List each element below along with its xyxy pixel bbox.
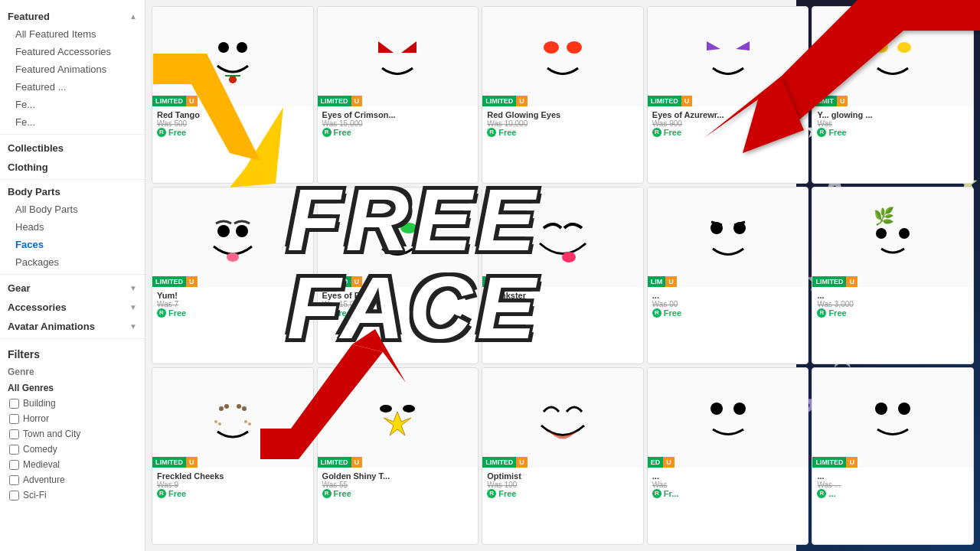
filter-town-city-checkbox[interactable]	[9, 429, 19, 439]
item-price-crimson: R Free	[322, 128, 474, 137]
svg-point-32	[874, 42, 888, 53]
catalog-item-emerald[interactable]: LIMITED U Eyes of Emerald... Was 15,000 …	[317, 187, 479, 364]
filter-town-city[interactable]: Town and City	[0, 426, 145, 442]
item-info-optimist: Optimist Was 100 R Free	[482, 468, 643, 544]
gear-section-header[interactable]: Gear ▼	[0, 278, 145, 297]
filter-scifi-checkbox[interactable]	[9, 491, 19, 500]
item-name-azure: Eyes of Azurewr...	[652, 110, 804, 119]
catalog-item-azure[interactable]: LIMITED U Eyes of Azurewr... Was 900 R F…	[647, 6, 809, 184]
filter-horror-checkbox[interactable]	[9, 414, 19, 424]
sidebar-item-heads[interactable]: Heads	[0, 218, 145, 236]
filter-adventure[interactable]: Adventure	[0, 472, 145, 487]
sidebar-item-featured-other2[interactable]: Fe...	[0, 96, 145, 113]
collectibles-section-header[interactable]: Collectibles	[0, 138, 145, 157]
item-info-prankster: Prankster Was 95 R Free	[482, 287, 643, 364]
item-name-freckled: Freckled Cheeks	[157, 471, 309, 481]
catalog-item-yum[interactable]: LIMITED U Yum! Was 7 R Free	[152, 187, 314, 364]
item-was-azure: Was 900	[652, 119, 804, 128]
filter-all-genres[interactable]: All Genres	[0, 380, 145, 396]
item-was-red-tango: Was 500	[157, 119, 309, 128]
sidebar-item-all-featured[interactable]: All Featured Items	[0, 25, 145, 43]
featured-collapse-icon: ▲	[129, 12, 137, 21]
svg-point-27	[237, 42, 247, 53]
filter-building-checkbox[interactable]	[9, 399, 19, 409]
avatar-animations-section-header[interactable]: Avatar Animations ▼	[0, 316, 145, 335]
svg-point-56	[733, 403, 746, 415]
item-name-red-glowing: Red Glowing Eyes	[487, 110, 639, 119]
item-info-red-tango: Red Tango Was 500 R Free	[152, 106, 313, 183]
catalog-item-red-tango[interactable]: LIMITED U Red Tango Was 500 R Free	[152, 6, 314, 184]
catalog-item-optimist[interactable]: LIMITED U Optimist Was 100 R Free	[482, 367, 644, 545]
svg-point-57	[875, 403, 887, 415]
svg-point-35	[236, 225, 248, 237]
filter-building[interactable]: Building	[0, 396, 145, 411]
item-price-optimist: R Free	[487, 489, 639, 498]
gear-collapse-icon: ▼	[129, 284, 137, 292]
divider3	[0, 274, 145, 275]
divider2	[0, 179, 145, 180]
svg-point-33	[897, 42, 911, 53]
badge-row-laurel: LIMITED U	[812, 276, 858, 287]
item-price-golden: R Free	[322, 489, 474, 498]
item-image-red-glowing: LIMITED U	[482, 7, 643, 106]
item-name-emerald: Eyes of Emerald...	[322, 291, 474, 300]
catalog-item-face4[interactable]: LIM U ... Was 00 R Free	[647, 187, 809, 364]
badge-row-face13: ED U	[648, 457, 675, 468]
sidebar-item-faces[interactable]: Faces	[0, 236, 145, 253]
body-parts-category-header: Body Parts	[0, 183, 145, 201]
svg-point-55	[710, 403, 723, 415]
item-name-face13: ...	[652, 471, 804, 481]
item-name-face4: ...	[652, 291, 804, 300]
sidebar-item-featured-animations[interactable]: Featured Animations	[0, 60, 145, 78]
sidebar-item-featured-other1[interactable]: Featured ...	[0, 78, 145, 96]
item-name-crimson: Eyes of Crimson...	[322, 110, 474, 119]
filter-adventure-checkbox[interactable]	[9, 475, 19, 485]
svg-point-45	[219, 406, 224, 411]
svg-point-34	[217, 225, 230, 237]
sidebar-item-featured-other3[interactable]: Fe...	[0, 113, 145, 131]
featured-section-header[interactable]: Featured ▲	[0, 6, 145, 25]
badge-row-red-tango: LIMITED U	[152, 96, 198, 106]
filter-comedy[interactable]: Comedy	[0, 442, 145, 457]
svg-point-43	[876, 228, 887, 239]
catalog-item-freckled[interactable]: LIMITED U Freckled Cheeks Was 9 R Free	[152, 367, 314, 545]
catalog-item-red-glowing[interactable]: LIMITED U Red Glowing Eyes Was 10,000 R …	[482, 6, 644, 184]
sidebar-item-featured-accessories[interactable]: Featured Accessories	[0, 43, 145, 60]
catalog-item-prankster[interactable]: LIMITED U Prankster Was 95 R Free	[482, 187, 644, 364]
filter-medieval-checkbox[interactable]	[9, 460, 19, 470]
catalog-item-yellow-glowing[interactable]: LIMIT U Y... glowing ... Was R Free	[812, 6, 974, 184]
svg-point-58	[898, 403, 910, 415]
item-image-yellow-glowing: LIMIT U	[812, 7, 973, 106]
clothing-section-header[interactable]: Clothing	[0, 157, 145, 176]
item-was-crimson: Was 15,000	[322, 119, 474, 128]
item-was-prankster: Was 95	[487, 300, 639, 308]
catalog-item-laurel[interactable]: 🌿 LIMITED U ... Was 3,000 R Free	[812, 187, 974, 364]
badge-row-prankster: LIMITED U	[482, 276, 528, 287]
filter-medieval[interactable]: Medieval	[0, 457, 145, 472]
catalog-item-golden-shiny[interactable]: LIMITED U Golden Shiny T... Was 55 R Fre…	[317, 367, 479, 545]
catalog-item-face14[interactable]: LIMITED U ... Was ... R ...	[812, 367, 974, 545]
catalog-item-face13[interactable]: ED U ... Was R Fr...	[647, 367, 809, 545]
item-info-red-glowing: Red Glowing Eyes Was 10,000 R Free	[482, 106, 643, 183]
item-price-face4: R Free	[652, 308, 804, 318]
item-image-freckled: LIMITED U	[152, 368, 313, 468]
item-info-emerald: Eyes of Emerald... Was 15,000 R Free	[318, 287, 479, 364]
item-info-face4: ... Was 00 R Free	[648, 287, 808, 364]
sidebar-item-all-body-parts[interactable]: All Body Parts	[0, 201, 145, 218]
filter-horror[interactable]: Horror	[0, 411, 145, 426]
item-info-crimson: Eyes of Crimson... Was 15,000 R Free	[318, 106, 479, 183]
item-image-azure: LIMITED U	[648, 7, 808, 106]
svg-point-48	[242, 406, 247, 411]
item-info-laurel: ... Was 3,000 R Free	[812, 287, 973, 364]
sidebar-item-packages[interactable]: Packages	[0, 253, 145, 271]
filter-scifi[interactable]: Sci-Fi	[0, 487, 145, 503]
item-name-red-tango: Red Tango	[157, 110, 309, 119]
item-image-golden-shiny: LIMITED U	[318, 368, 479, 468]
badge-row-crimson: LIMITED U	[318, 96, 363, 106]
badge-row-freckled: LIMITED U	[152, 457, 198, 468]
filter-comedy-checkbox[interactable]	[9, 445, 19, 455]
item-price-emerald: R Free	[322, 308, 474, 318]
accessories-section-header[interactable]: Accessories ▼	[0, 297, 145, 316]
catalog-item-eyes-of-crimson[interactable]: LIMITED U Eyes of Crimson... Was 15,000 …	[317, 6, 479, 184]
item-price-freckled: R Free	[157, 489, 309, 498]
